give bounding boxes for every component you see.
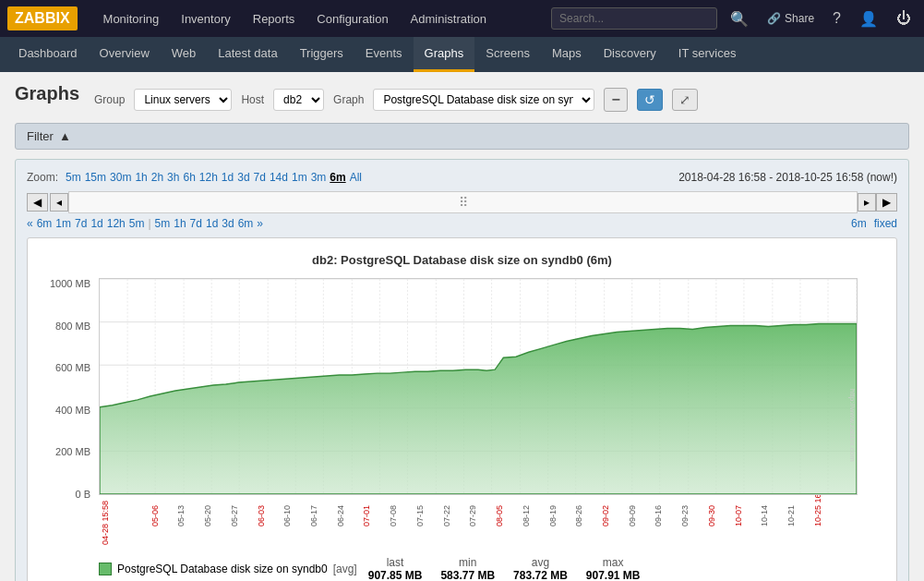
x-label-3: 05-20 bbox=[203, 505, 212, 527]
x-label-1: 05-06 bbox=[150, 505, 160, 527]
fullscreen-button[interactable]: ⤢ bbox=[672, 89, 698, 111]
refresh-button[interactable]: ↺ bbox=[637, 89, 663, 111]
nav-configuration[interactable]: Configuration bbox=[306, 0, 399, 37]
x-label-8: 06-24 bbox=[336, 505, 345, 527]
subnav-web[interactable]: Web bbox=[161, 37, 208, 72]
x-label-7: 06-17 bbox=[309, 505, 318, 527]
zoom-label: Zoom: bbox=[27, 171, 58, 184]
user-icon[interactable]: 👤 bbox=[854, 6, 883, 31]
period-separator: | bbox=[148, 217, 150, 230]
group-select[interactable]: Linux servers bbox=[134, 89, 232, 111]
stat-min-value: 583.77 MB bbox=[440, 569, 495, 581]
help-icon[interactable]: ? bbox=[827, 6, 846, 30]
zoom-7d[interactable]: 7d bbox=[254, 171, 266, 184]
zoom-3m[interactable]: 3m bbox=[311, 171, 327, 184]
sub-navigation: Dashboard Overview Web Latest data Trigg… bbox=[0, 37, 924, 72]
zoom-5m[interactable]: 5m bbox=[66, 171, 81, 184]
share-icon: 🔗 bbox=[767, 12, 781, 25]
nav-administration[interactable]: Administration bbox=[400, 0, 498, 37]
zoom-15m[interactable]: 15m bbox=[85, 171, 106, 184]
host-label: Host bbox=[241, 93, 264, 106]
power-icon[interactable]: ⏻ bbox=[891, 6, 917, 30]
legend-item: PostgreSQL Database disk size on syndb0 … bbox=[99, 563, 357, 575]
subnav-screens[interactable]: Screens bbox=[474, 37, 541, 72]
period-fixed-button[interactable]: fixed bbox=[874, 217, 897, 230]
period-5m-left[interactable]: 5m bbox=[129, 217, 145, 230]
x-label-22: 09-30 bbox=[707, 505, 716, 527]
period-7d-right[interactable]: 7d bbox=[190, 217, 202, 230]
graph-select[interactable]: PostgreSQL Database disk size on syndb0 bbox=[373, 89, 594, 111]
page-content: Graphs Group Linux servers Host db2 Grap… bbox=[0, 72, 924, 581]
x-label-13: 07-29 bbox=[468, 505, 477, 527]
zoom-6h[interactable]: 6h bbox=[183, 171, 195, 184]
nav-right-button[interactable]: ▸ bbox=[858, 193, 876, 212]
zoom-1m[interactable]: 1m bbox=[292, 171, 307, 184]
stat-min-label: min bbox=[459, 556, 476, 569]
period-1h-right[interactable]: 1h bbox=[174, 217, 186, 230]
stat-avg-label: avg bbox=[532, 556, 549, 569]
x-label-19: 09-09 bbox=[628, 505, 637, 527]
period-nav-far-left[interactable]: « bbox=[27, 217, 33, 230]
period-1m-left[interactable]: 1m bbox=[55, 217, 71, 230]
nav-arrows: ◀ ◂ ⠿ ▸ ▶ bbox=[27, 191, 897, 213]
zoom-all[interactable]: All bbox=[350, 171, 362, 184]
subnav-events[interactable]: Events bbox=[354, 37, 414, 72]
period-3d-right[interactable]: 3d bbox=[222, 217, 234, 230]
subnav-maps[interactable]: Maps bbox=[541, 37, 593, 72]
legend-avg-label: [avg] bbox=[333, 563, 357, 575]
zoom-6m[interactable]: 6m bbox=[330, 171, 345, 184]
search-input[interactable] bbox=[551, 7, 717, 30]
period-12h-left[interactable]: 12h bbox=[107, 217, 126, 230]
stat-max-label: max bbox=[603, 556, 624, 569]
period-6m-right[interactable]: 6m bbox=[238, 217, 254, 230]
nav-far-right-button[interactable]: ▶ bbox=[876, 193, 897, 212]
svg-marker-33 bbox=[100, 324, 857, 494]
period-5m-right[interactable]: 5m bbox=[155, 217, 171, 230]
x-label-9: 07-01 bbox=[362, 505, 371, 527]
subnav-dashboard[interactable]: Dashboard bbox=[7, 37, 89, 72]
group-label: Group bbox=[94, 93, 125, 106]
x-label-17: 08-26 bbox=[574, 505, 583, 527]
zoom-1h[interactable]: 1h bbox=[135, 171, 147, 184]
zoom-14d[interactable]: 14d bbox=[270, 171, 288, 184]
period-current: 6m bbox=[851, 217, 867, 230]
subnav-triggers[interactable]: Triggers bbox=[289, 37, 354, 72]
period-nav-far-right[interactable]: » bbox=[257, 217, 263, 230]
filter-label-text: Filter bbox=[27, 129, 54, 143]
nav-far-left-button[interactable]: ◀ bbox=[27, 193, 48, 212]
stat-avg-value: 783.72 MB bbox=[513, 569, 568, 581]
period-1d-left[interactable]: 1d bbox=[90, 217, 102, 230]
legend-color-box bbox=[99, 563, 112, 575]
host-select[interactable]: db2 bbox=[273, 89, 324, 111]
zoom-12h[interactable]: 12h bbox=[199, 171, 218, 184]
period-7d-left[interactable]: 7d bbox=[75, 217, 87, 230]
filter-arrow-icon: ▲ bbox=[59, 129, 71, 143]
subnav-overview[interactable]: Overview bbox=[89, 37, 161, 72]
subnav-it-services[interactable]: IT services bbox=[667, 37, 748, 72]
period-1d-right[interactable]: 1d bbox=[206, 217, 218, 230]
zoom-out-button[interactable]: − bbox=[604, 88, 627, 112]
date-range: 2018-04-28 16:58 - 2018-10-25 16:58 (now… bbox=[678, 171, 897, 184]
filter-header[interactable]: Filter ▲ bbox=[16, 124, 908, 149]
subnav-discovery[interactable]: Discovery bbox=[593, 37, 667, 72]
graph-label: Graph bbox=[333, 93, 364, 106]
subnav-latest-data[interactable]: Latest data bbox=[207, 37, 288, 72]
nav-left-button[interactable]: ◂ bbox=[50, 193, 68, 212]
nav-monitoring[interactable]: Monitoring bbox=[92, 0, 171, 37]
x-label-12: 07-22 bbox=[442, 505, 451, 527]
share-button[interactable]: 🔗 Share bbox=[762, 8, 820, 29]
nav-inventory[interactable]: Inventory bbox=[170, 0, 241, 37]
zoom-3h[interactable]: 3h bbox=[167, 171, 179, 184]
zoom-1d[interactable]: 1d bbox=[222, 171, 234, 184]
nav-reports[interactable]: Reports bbox=[242, 0, 306, 37]
search-icon[interactable]: 🔍 bbox=[725, 6, 754, 31]
zoom-30m[interactable]: 30m bbox=[110, 171, 131, 184]
zoom-3d[interactable]: 3d bbox=[237, 171, 249, 184]
top-navigation: ZABBIX Monitoring Inventory Reports Conf… bbox=[0, 0, 924, 37]
period-6m-left[interactable]: 6m bbox=[37, 217, 53, 230]
x-label-14: 08-05 bbox=[495, 505, 504, 527]
zoom-2h[interactable]: 2h bbox=[151, 171, 163, 184]
y-label-400mb: 400 MB bbox=[55, 405, 90, 416]
y-label-600mb: 600 MB bbox=[55, 362, 90, 373]
subnav-graphs[interactable]: Graphs bbox=[414, 37, 475, 72]
